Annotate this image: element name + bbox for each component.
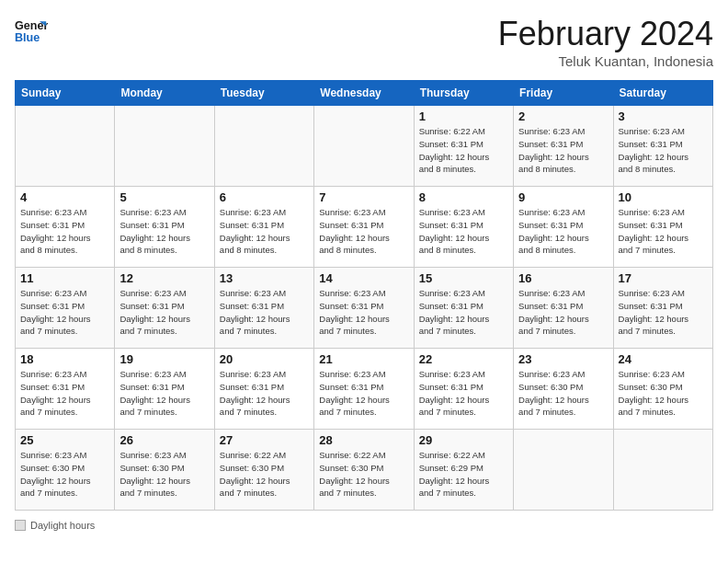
- day-number: 25: [20, 433, 109, 447]
- day-number: 10: [619, 190, 708, 204]
- day-sun-info: Sunrise: 6:23 AM Sunset: 6:31 PM Dayligh…: [619, 125, 708, 176]
- calendar-day-cell: 29Sunrise: 6:22 AM Sunset: 6:29 PM Dayli…: [414, 430, 513, 511]
- day-sun-info: Sunrise: 6:23 AM Sunset: 6:31 PM Dayligh…: [419, 368, 508, 419]
- day-sun-info: Sunrise: 6:23 AM Sunset: 6:31 PM Dayligh…: [419, 287, 508, 338]
- day-sun-info: Sunrise: 6:23 AM Sunset: 6:31 PM Dayligh…: [220, 206, 309, 257]
- calendar-day-cell: 5Sunrise: 6:23 AM Sunset: 6:31 PM Daylig…: [115, 187, 214, 268]
- calendar-footer: Daylight hours: [15, 520, 713, 531]
- calendar-day-cell: [613, 430, 712, 511]
- calendar-day-cell: 19Sunrise: 6:23 AM Sunset: 6:31 PM Dayli…: [115, 349, 214, 430]
- day-sun-info: Sunrise: 6:23 AM Sunset: 6:31 PM Dayligh…: [518, 287, 608, 338]
- day-sun-info: Sunrise: 6:23 AM Sunset: 6:30 PM Dayligh…: [619, 368, 708, 419]
- daylight-legend: Daylight hours: [15, 520, 95, 531]
- daylight-label: Daylight hours: [30, 520, 95, 531]
- day-number: 9: [518, 190, 608, 204]
- day-sun-info: Sunrise: 6:23 AM Sunset: 6:31 PM Dayligh…: [119, 287, 209, 338]
- calendar-day-cell: 25Sunrise: 6:23 AM Sunset: 6:30 PM Dayli…: [16, 430, 115, 511]
- day-sun-info: Sunrise: 6:23 AM Sunset: 6:31 PM Dayligh…: [619, 287, 708, 338]
- day-sun-info: Sunrise: 6:23 AM Sunset: 6:31 PM Dayligh…: [119, 368, 209, 419]
- day-number: 14: [319, 271, 408, 285]
- calendar-week-row: 18Sunrise: 6:23 AM Sunset: 6:31 PM Dayli…: [16, 349, 713, 430]
- day-sun-info: Sunrise: 6:22 AM Sunset: 6:31 PM Dayligh…: [419, 125, 508, 176]
- calendar-day-cell: 18Sunrise: 6:23 AM Sunset: 6:31 PM Dayli…: [16, 349, 115, 430]
- day-sun-info: Sunrise: 6:23 AM Sunset: 6:31 PM Dayligh…: [20, 287, 109, 338]
- calendar-day-cell: [16, 106, 115, 187]
- calendar-week-row: 25Sunrise: 6:23 AM Sunset: 6:30 PM Dayli…: [16, 430, 713, 511]
- day-sun-info: Sunrise: 6:23 AM Sunset: 6:30 PM Dayligh…: [119, 449, 209, 500]
- calendar-day-cell: 12Sunrise: 6:23 AM Sunset: 6:31 PM Dayli…: [115, 268, 214, 349]
- logo-icon: General Blue: [15, 15, 48, 48]
- day-number: 13: [220, 271, 309, 285]
- weekday-header-cell: Sunday: [16, 81, 115, 106]
- day-sun-info: Sunrise: 6:23 AM Sunset: 6:31 PM Dayligh…: [419, 206, 508, 257]
- calendar-day-cell: 11Sunrise: 6:23 AM Sunset: 6:31 PM Dayli…: [16, 268, 115, 349]
- calendar-day-cell: 15Sunrise: 6:23 AM Sunset: 6:31 PM Dayli…: [414, 268, 513, 349]
- day-sun-info: Sunrise: 6:22 AM Sunset: 6:30 PM Dayligh…: [319, 449, 408, 500]
- day-sun-info: Sunrise: 6:23 AM Sunset: 6:31 PM Dayligh…: [319, 206, 408, 257]
- calendar-day-cell: 3Sunrise: 6:23 AM Sunset: 6:31 PM Daylig…: [613, 106, 712, 187]
- day-number: 8: [419, 190, 508, 204]
- day-sun-info: Sunrise: 6:22 AM Sunset: 6:30 PM Dayligh…: [220, 449, 309, 500]
- legend-box: [15, 520, 26, 531]
- day-number: 19: [119, 352, 209, 366]
- calendar-day-cell: 10Sunrise: 6:23 AM Sunset: 6:31 PM Dayli…: [613, 187, 712, 268]
- day-sun-info: Sunrise: 6:23 AM Sunset: 6:31 PM Dayligh…: [619, 206, 708, 257]
- calendar-day-cell: 16Sunrise: 6:23 AM Sunset: 6:31 PM Dayli…: [514, 268, 613, 349]
- calendar-day-cell: 6Sunrise: 6:23 AM Sunset: 6:31 PM Daylig…: [214, 187, 313, 268]
- calendar-day-cell: 1Sunrise: 6:22 AM Sunset: 6:31 PM Daylig…: [414, 106, 513, 187]
- calendar-week-row: 1Sunrise: 6:22 AM Sunset: 6:31 PM Daylig…: [16, 106, 713, 187]
- day-number: 18: [20, 352, 109, 366]
- day-number: 22: [419, 352, 508, 366]
- day-number: 21: [319, 352, 408, 366]
- day-sun-info: Sunrise: 6:23 AM Sunset: 6:31 PM Dayligh…: [518, 206, 608, 257]
- calendar-day-cell: 4Sunrise: 6:23 AM Sunset: 6:31 PM Daylig…: [16, 187, 115, 268]
- day-number: 11: [20, 271, 109, 285]
- weekday-header-cell: Tuesday: [214, 81, 313, 106]
- weekday-header-cell: Thursday: [414, 81, 513, 106]
- calendar-day-cell: 13Sunrise: 6:23 AM Sunset: 6:31 PM Dayli…: [214, 268, 313, 349]
- calendar-day-cell: [314, 106, 414, 187]
- month-title: February 2024: [498, 15, 713, 53]
- svg-text:Blue: Blue: [15, 31, 40, 44]
- day-number: 6: [220, 190, 309, 204]
- calendar-day-cell: 27Sunrise: 6:22 AM Sunset: 6:30 PM Dayli…: [214, 430, 313, 511]
- day-number: 5: [119, 190, 209, 204]
- calendar-day-cell: 8Sunrise: 6:23 AM Sunset: 6:31 PM Daylig…: [414, 187, 513, 268]
- day-number: 7: [319, 190, 408, 204]
- day-sun-info: Sunrise: 6:23 AM Sunset: 6:31 PM Dayligh…: [119, 206, 209, 257]
- day-number: 3: [619, 109, 708, 123]
- calendar-day-cell: [514, 430, 613, 511]
- day-sun-info: Sunrise: 6:23 AM Sunset: 6:30 PM Dayligh…: [518, 368, 608, 419]
- calendar-day-cell: 28Sunrise: 6:22 AM Sunset: 6:30 PM Dayli…: [314, 430, 414, 511]
- calendar-week-row: 4Sunrise: 6:23 AM Sunset: 6:31 PM Daylig…: [16, 187, 713, 268]
- day-number: 16: [518, 271, 608, 285]
- calendar-day-cell: 20Sunrise: 6:23 AM Sunset: 6:31 PM Dayli…: [214, 349, 313, 430]
- calendar-day-cell: 23Sunrise: 6:23 AM Sunset: 6:30 PM Dayli…: [514, 349, 613, 430]
- weekday-header-cell: Saturday: [613, 81, 712, 106]
- day-number: 15: [419, 271, 508, 285]
- calendar-day-cell: 7Sunrise: 6:23 AM Sunset: 6:31 PM Daylig…: [314, 187, 414, 268]
- day-number: 26: [119, 433, 209, 447]
- title-block: February 2024 Teluk Kuantan, Indonesia: [498, 15, 713, 69]
- day-sun-info: Sunrise: 6:23 AM Sunset: 6:31 PM Dayligh…: [220, 368, 309, 419]
- calendar-body: 1Sunrise: 6:22 AM Sunset: 6:31 PM Daylig…: [16, 106, 713, 511]
- weekday-header-cell: Wednesday: [314, 81, 414, 106]
- calendar-week-row: 11Sunrise: 6:23 AM Sunset: 6:31 PM Dayli…: [16, 268, 713, 349]
- day-number: 4: [20, 190, 109, 204]
- calendar-day-cell: 14Sunrise: 6:23 AM Sunset: 6:31 PM Dayli…: [314, 268, 414, 349]
- day-number: 27: [220, 433, 309, 447]
- day-sun-info: Sunrise: 6:23 AM Sunset: 6:31 PM Dayligh…: [220, 287, 309, 338]
- calendar-day-cell: 9Sunrise: 6:23 AM Sunset: 6:31 PM Daylig…: [514, 187, 613, 268]
- day-number: 2: [518, 109, 608, 123]
- day-sun-info: Sunrise: 6:23 AM Sunset: 6:31 PM Dayligh…: [518, 125, 608, 176]
- logo: General Blue: [15, 15, 48, 48]
- day-sun-info: Sunrise: 6:23 AM Sunset: 6:31 PM Dayligh…: [20, 206, 109, 257]
- weekday-header-row: SundayMondayTuesdayWednesdayThursdayFrid…: [16, 81, 713, 106]
- calendar-day-cell: [214, 106, 313, 187]
- day-number: 12: [119, 271, 209, 285]
- calendar-day-cell: 17Sunrise: 6:23 AM Sunset: 6:31 PM Dayli…: [613, 268, 712, 349]
- calendar-day-cell: 21Sunrise: 6:23 AM Sunset: 6:31 PM Dayli…: [314, 349, 414, 430]
- day-number: 23: [518, 352, 608, 366]
- calendar-day-cell: 2Sunrise: 6:23 AM Sunset: 6:31 PM Daylig…: [514, 106, 613, 187]
- day-sun-info: Sunrise: 6:23 AM Sunset: 6:31 PM Dayligh…: [20, 368, 109, 419]
